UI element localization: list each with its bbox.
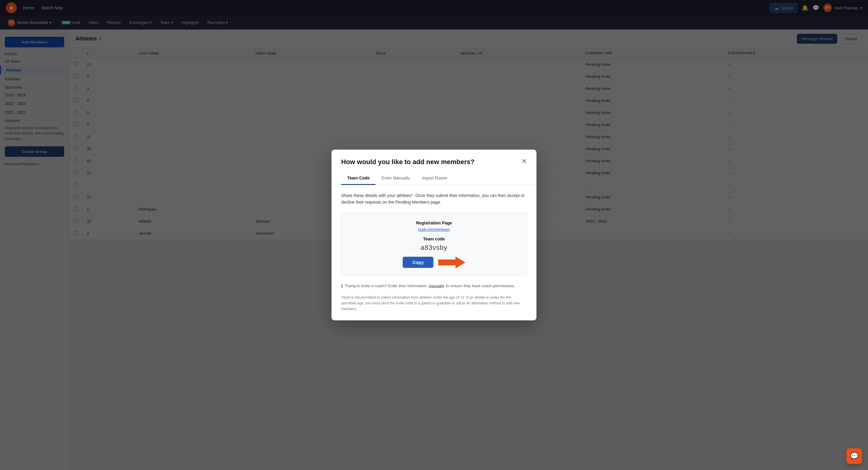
- chat-float-icon: 💬: [850, 452, 858, 460]
- manually-link[interactable]: manually: [429, 284, 444, 288]
- team-code-value: a83vsby: [349, 244, 519, 252]
- tab-import-roster[interactable]: Import Roster: [416, 172, 454, 185]
- modal: How would you like to add new members? ✕…: [332, 150, 536, 320]
- close-button[interactable]: ✕: [521, 158, 527, 165]
- coach-info-suffix: to ensure they have coach permissions.: [446, 284, 515, 288]
- team-code-label: Team code: [349, 236, 519, 241]
- svg-marker-1: [438, 257, 465, 268]
- copy-arrow-indicator: [438, 257, 465, 268]
- chat-float-button[interactable]: 💬: [846, 448, 862, 464]
- modal-header: How would you like to add new members? ✕: [332, 150, 536, 166]
- coach-info: ℹ Trying to invite a coach? Enter their …: [341, 283, 527, 289]
- registration-url[interactable]: hudl.com/jointeam: [349, 227, 519, 232]
- coach-info-text: Trying to invite a coach? Enter their in…: [345, 284, 427, 288]
- info-circle-icon: ℹ: [341, 283, 343, 289]
- registration-page-label: Registration Page: [349, 221, 519, 225]
- copy-row: Copy: [349, 257, 519, 268]
- modal-overlay[interactable]: How would you like to add new members? ✕…: [0, 0, 868, 470]
- tab-enter-manually[interactable]: Enter Manually: [375, 172, 415, 185]
- modal-body: Share these details with your athletes*.…: [332, 185, 536, 320]
- copy-button[interactable]: Copy: [403, 257, 433, 268]
- footer-note: *Hudl is not permitted to collect inform…: [341, 295, 527, 312]
- code-box: Registration Page hudl.com/jointeam Team…: [341, 213, 527, 276]
- modal-tabs: Team Code Enter Manually Import Roster: [332, 172, 536, 185]
- modal-description: Share these details with your athletes*.…: [341, 192, 527, 206]
- modal-title: How would you like to add new members?: [341, 158, 475, 166]
- tab-team-code[interactable]: Team Code: [341, 172, 375, 185]
